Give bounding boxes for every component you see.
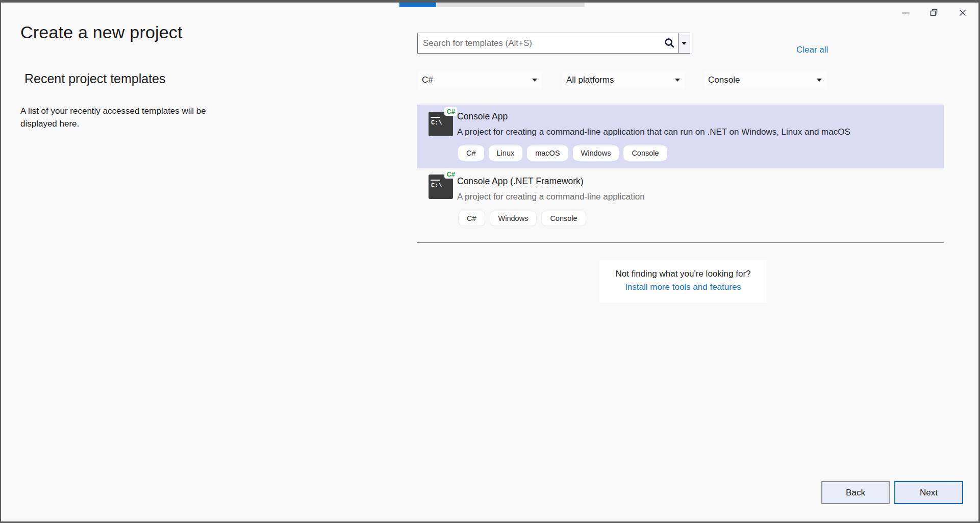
tag-chip: macOS bbox=[527, 145, 568, 161]
search-icon bbox=[661, 33, 678, 53]
next-button[interactable]: Next bbox=[894, 481, 963, 504]
template-item-console-app[interactable]: C:\ C# Console App A project for creatin… bbox=[417, 105, 944, 168]
search-history-dropdown-button[interactable] bbox=[678, 33, 690, 53]
close-icon bbox=[958, 8, 967, 17]
chevron-down-icon bbox=[682, 42, 687, 45]
template-title: Console App (.NET Framework) bbox=[457, 176, 584, 187]
recent-templates-heading: Recent project templates bbox=[24, 71, 166, 86]
platform-filter-value: All platforms bbox=[566, 75, 614, 85]
restore-icon bbox=[929, 8, 939, 17]
csharp-badge-icon: C# bbox=[444, 170, 457, 179]
project-type-filter-dropdown[interactable]: Console bbox=[705, 71, 827, 89]
install-more-tools-link[interactable]: Install more tools and features bbox=[599, 282, 767, 292]
tag-chip: Console bbox=[623, 145, 667, 161]
chevron-down-icon bbox=[817, 79, 822, 82]
search-input[interactable] bbox=[418, 33, 661, 53]
page-title: Create a new project bbox=[20, 22, 183, 42]
project-type-filter-value: Console bbox=[708, 75, 740, 85]
template-tags: C# Linux macOS Windows Console bbox=[458, 145, 667, 161]
template-description: A project for creating a command-line ap… bbox=[457, 127, 850, 137]
recent-templates-empty-text: A list of your recently accessed templat… bbox=[20, 105, 222, 130]
not-finding-text: Not finding what you're looking for? bbox=[599, 269, 767, 279]
back-button[interactable]: Back bbox=[821, 481, 890, 504]
minimize-button[interactable] bbox=[891, 2, 920, 23]
tag-chip: Linux bbox=[489, 145, 523, 161]
tag-chip: C# bbox=[458, 211, 485, 226]
console-app-icon: C:\ C# bbox=[429, 112, 453, 136]
chevron-down-icon bbox=[675, 79, 680, 82]
clear-all-link[interactable]: Clear all bbox=[796, 45, 828, 55]
tag-chip: Windows bbox=[573, 145, 619, 161]
tag-chip: Windows bbox=[490, 211, 537, 226]
chevron-down-icon bbox=[532, 79, 537, 82]
list-separator bbox=[417, 242, 944, 243]
template-description: A project for creating a command-line ap… bbox=[457, 192, 645, 202]
language-filter-dropdown[interactable]: C# bbox=[418, 71, 542, 89]
platform-filter-dropdown[interactable]: All platforms bbox=[563, 71, 685, 89]
template-title: Console App bbox=[457, 111, 508, 122]
template-item-console-app-net-framework[interactable]: C:\ C# Console App (.NET Framework) A pr… bbox=[417, 168, 944, 241]
minimize-icon bbox=[901, 8, 910, 17]
csharp-badge-icon: C# bbox=[444, 107, 457, 116]
background-tabwell-segment bbox=[436, 3, 585, 7]
console-app-icon: C:\ C# bbox=[429, 175, 453, 199]
tag-chip: C# bbox=[458, 145, 484, 161]
restore-button[interactable] bbox=[920, 2, 948, 23]
window-controls bbox=[891, 2, 977, 23]
template-search-box bbox=[417, 33, 690, 54]
template-tags: C# Windows Console bbox=[458, 211, 586, 226]
background-active-tab-segment bbox=[399, 3, 436, 7]
close-button[interactable] bbox=[948, 2, 977, 23]
not-finding-card: Not finding what you're looking for? Ins… bbox=[599, 260, 767, 303]
tag-chip: Console bbox=[541, 211, 586, 226]
language-filter-value: C# bbox=[422, 75, 433, 85]
